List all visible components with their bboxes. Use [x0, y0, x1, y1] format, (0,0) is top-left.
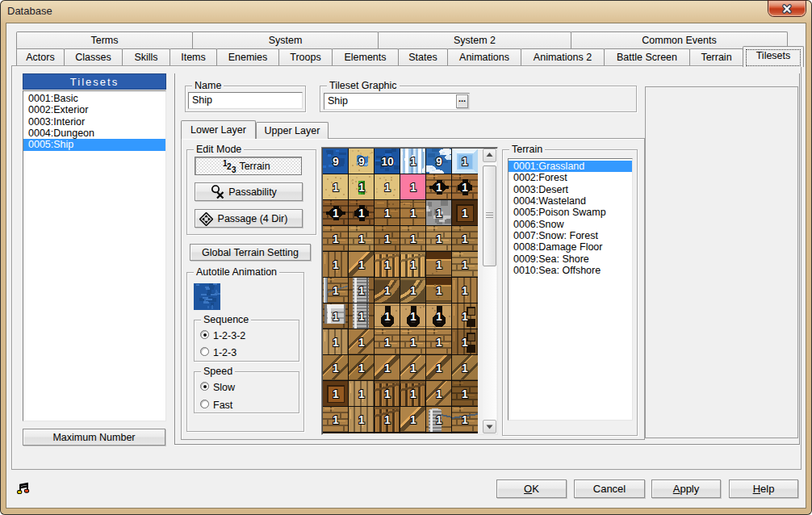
svg-text:1: 1 [436, 284, 442, 297]
svg-text:1: 1 [358, 413, 365, 426]
svg-text:1: 1 [462, 207, 468, 220]
svg-text:10: 10 [381, 155, 394, 168]
svg-text:1: 1 [384, 258, 391, 271]
svg-text:1: 1 [358, 310, 365, 323]
svg-text:3: 3 [232, 165, 236, 174]
svg-text:1: 1 [384, 310, 391, 323]
svg-text:1: 1 [410, 413, 416, 426]
svg-text:1: 1 [358, 362, 365, 375]
svg-text:1: 1 [333, 362, 339, 375]
svg-text:1: 1 [462, 413, 468, 426]
svg-text:1: 1 [410, 155, 416, 168]
svg-text:1: 1 [358, 258, 365, 271]
svg-text:1: 1 [333, 387, 339, 400]
svg-text:1: 1 [436, 207, 442, 220]
svg-text:1: 1 [462, 387, 468, 400]
svg-text:1: 1 [436, 336, 442, 349]
svg-text:1: 1 [410, 258, 416, 271]
svg-text:9: 9 [358, 155, 365, 168]
svg-text:1: 1 [384, 413, 391, 426]
svg-text:1: 1 [410, 336, 416, 349]
svg-text:1: 1 [410, 207, 416, 220]
svg-text:1: 1 [436, 232, 442, 245]
svg-text:1: 1 [462, 181, 468, 194]
svg-text:1: 1 [462, 336, 468, 349]
svg-text:1: 1 [436, 413, 442, 426]
svg-text:1: 1 [384, 181, 391, 194]
svg-text:1: 1 [333, 336, 339, 349]
svg-text:1: 1 [410, 181, 416, 194]
svg-text:1: 1 [410, 284, 416, 297]
svg-text:9: 9 [436, 155, 442, 168]
svg-text:1: 1 [462, 258, 468, 271]
svg-text:1: 1 [462, 362, 468, 375]
svg-text:1: 1 [333, 232, 339, 245]
svg-text:1: 1 [462, 310, 468, 323]
svg-text:1: 1 [462, 232, 468, 245]
svg-text:1: 1 [410, 362, 416, 375]
svg-text:1: 1 [384, 362, 391, 375]
svg-text:1: 1 [333, 181, 339, 194]
svg-text:1: 1 [333, 207, 339, 220]
svg-text:1: 1 [384, 232, 391, 245]
svg-text:1: 1 [384, 207, 391, 220]
svg-text:1: 1 [333, 310, 339, 323]
svg-text:1: 1 [358, 336, 365, 349]
svg-text:1: 1 [333, 258, 339, 271]
svg-text:1: 1 [436, 181, 442, 194]
svg-text:1: 1 [358, 207, 365, 220]
svg-text:1: 1 [462, 284, 468, 297]
svg-text:1: 1 [384, 284, 391, 297]
svg-text:1: 1 [384, 387, 391, 400]
svg-text:1: 1 [436, 362, 442, 375]
svg-text:1: 1 [333, 284, 339, 297]
svg-text:1: 1 [410, 232, 416, 245]
svg-text:1: 1 [358, 181, 365, 194]
svg-text:1: 1 [410, 387, 416, 400]
svg-text:1: 1 [384, 336, 391, 349]
svg-text:1: 1 [410, 310, 416, 323]
svg-text:1: 1 [358, 284, 365, 297]
svg-text:1: 1 [436, 387, 442, 400]
svg-text:1: 1 [358, 387, 365, 400]
svg-text:1: 1 [436, 258, 442, 271]
svg-text:1: 1 [436, 310, 442, 323]
svg-text:1: 1 [333, 413, 339, 426]
svg-text:9: 9 [333, 155, 339, 168]
svg-text:1: 1 [462, 155, 468, 168]
svg-text:1: 1 [358, 232, 365, 245]
